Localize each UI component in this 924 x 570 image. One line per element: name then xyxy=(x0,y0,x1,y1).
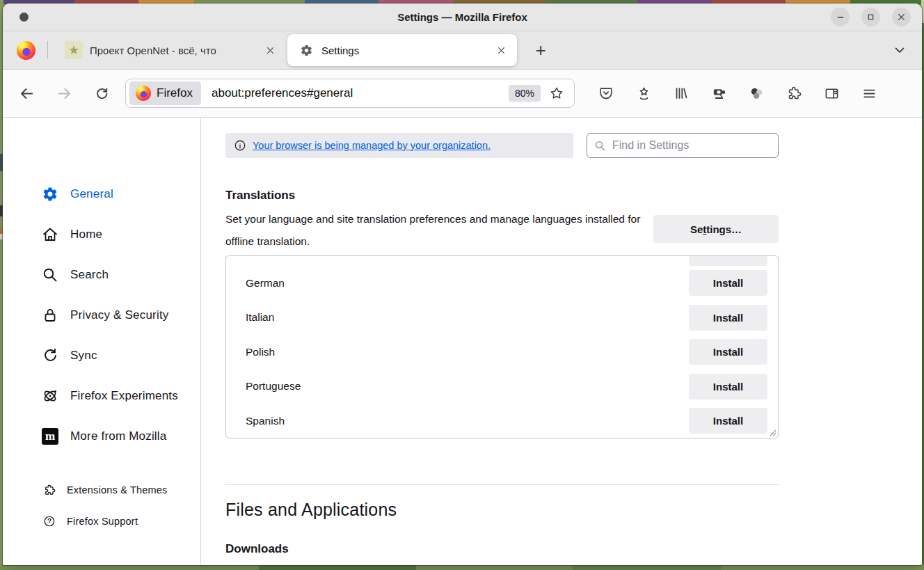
toolbar-extensions-area xyxy=(592,79,883,107)
sidebar-item-experiments[interactable]: Firefox Experiments xyxy=(3,376,200,416)
language-name: German xyxy=(246,277,285,290)
sidebar-item-label: Firefox Experiments xyxy=(70,389,178,403)
translation-languages-list[interactable]: German Install Italian Install Polish In… xyxy=(225,255,779,438)
minimize-button[interactable] xyxy=(831,8,850,26)
sidebar-item-extensions-themes[interactable]: Extensions & Themes xyxy=(3,474,200,505)
extensions-puzzle-button[interactable] xyxy=(780,79,808,107)
resize-grippy[interactable] xyxy=(768,428,776,436)
sidebar-item-home[interactable]: Home xyxy=(3,214,200,255)
app-menu-button[interactable] xyxy=(855,79,883,107)
language-name: Polish xyxy=(246,346,275,358)
tab-settings[interactable]: Settings xyxy=(287,34,517,66)
sidebar-item-privacy-security[interactable]: Privacy & Security xyxy=(3,295,200,335)
window-menu-dot[interactable] xyxy=(19,13,29,22)
window-title: Settings — Mozilla Firefox xyxy=(3,11,922,23)
settings-sidebar: General Home Search Privacy & Security S… xyxy=(3,118,201,565)
language-name: Spanish xyxy=(246,415,285,427)
sidebar-item-label: Home xyxy=(70,228,102,242)
files-applications-heading: Files and Applications xyxy=(225,500,779,520)
window-controls xyxy=(831,8,911,26)
zoom-level-button[interactable]: 80% xyxy=(509,85,541,102)
new-tab-button[interactable]: + xyxy=(528,38,553,63)
find-in-settings-box[interactable] xyxy=(587,133,779,158)
language-row: German Install xyxy=(226,266,778,301)
find-in-settings-input[interactable] xyxy=(612,139,771,152)
language-name: Italian xyxy=(246,311,274,324)
tab-opennet[interactable]: ★ Проект OpenNet - всё, что xyxy=(48,31,286,70)
translations-description: Set your language and site translation p… xyxy=(225,208,653,253)
sidebar-item-label: Extensions & Themes xyxy=(67,484,168,496)
mozilla-m-icon: m xyxy=(42,428,58,445)
forward-button[interactable] xyxy=(50,79,78,107)
language-row: Italian Install xyxy=(226,301,778,335)
url-text: about:preferences#general xyxy=(212,86,509,100)
gear-icon xyxy=(42,186,58,203)
settings-content: Your browser is being managed by your or… xyxy=(201,118,922,565)
sidebar-item-more-from-mozilla[interactable]: m More from Mozilla xyxy=(3,416,200,457)
navigation-toolbar: Firefox about:preferences#general 80% xyxy=(3,70,922,118)
site-identity-chip[interactable]: Firefox xyxy=(129,81,201,105)
translations-heading: Translations xyxy=(225,189,779,203)
star-tray-extension-button[interactable] xyxy=(630,79,658,107)
language-name: Portuguese xyxy=(246,380,301,393)
maximize-button[interactable] xyxy=(861,8,880,26)
translations-settings-button[interactable]: Settings… xyxy=(653,215,779,243)
question-icon xyxy=(43,515,56,528)
install-button[interactable]: Install xyxy=(689,270,767,296)
sidebar-item-sync[interactable]: Sync xyxy=(3,335,200,376)
puzzle-icon xyxy=(43,484,56,496)
library-button[interactable] xyxy=(667,79,695,107)
sidebar-toggle-button[interactable] xyxy=(818,79,845,107)
titlebar: Settings — Mozilla Firefox xyxy=(3,3,922,31)
close-tab-icon[interactable] xyxy=(492,41,510,59)
search-icon xyxy=(594,140,606,152)
language-row: Portuguese Install xyxy=(226,370,778,404)
firefox-logo-icon xyxy=(17,41,35,60)
firefox-logo-icon xyxy=(136,86,151,101)
device-extension-button[interactable] xyxy=(705,79,733,107)
sidebar-item-label: Sync xyxy=(70,349,97,363)
firefox-window: Settings — Mozilla Firefox ★ Проект Open… xyxy=(3,3,922,565)
managed-notice-link[interactable]: Your browser is being managed by your or… xyxy=(253,140,491,151)
downloads-heading: Downloads xyxy=(225,542,779,556)
bookmark-star-icon[interactable] xyxy=(545,81,568,105)
downloadhelper-extension-button[interactable] xyxy=(742,79,770,107)
sidebar-footer: Extensions & Themes Firefox Support xyxy=(3,474,200,537)
sidebar-item-general[interactable]: General xyxy=(3,174,200,214)
install-button-partial[interactable] xyxy=(689,256,767,266)
language-row: Spanish Install xyxy=(226,404,778,438)
search-icon xyxy=(42,267,58,283)
managed-notice: Your browser is being managed by your or… xyxy=(225,133,573,158)
install-button[interactable]: Install xyxy=(689,305,767,331)
star-favicon-icon: ★ xyxy=(65,41,83,59)
install-button[interactable]: Install xyxy=(689,374,767,399)
pocket-button[interactable] xyxy=(592,79,620,107)
sidebar-item-label: More from Mozilla xyxy=(70,429,166,443)
sidebar-item-label: Firefox Support xyxy=(67,516,138,527)
install-button[interactable]: Install xyxy=(689,339,767,365)
close-tab-icon[interactable] xyxy=(261,41,279,59)
desktop-wallpaper-bottom xyxy=(0,564,924,570)
url-bar[interactable]: Firefox about:preferences#general 80% xyxy=(125,79,575,108)
sidebar-item-label: Privacy & Security xyxy=(70,308,169,322)
sync-icon xyxy=(42,347,58,364)
close-window-button[interactable] xyxy=(892,8,911,26)
section-divider xyxy=(225,484,779,485)
tab-strip: ★ Проект OpenNet - всё, что Settings + xyxy=(3,31,922,70)
home-icon xyxy=(42,226,58,243)
back-button[interactable] xyxy=(13,79,40,107)
lock-icon xyxy=(42,307,58,324)
sidebar-item-search[interactable]: Search xyxy=(3,255,200,295)
tab-title: Settings xyxy=(321,45,492,56)
atom-icon xyxy=(42,388,58,404)
sidebar-item-label: Search xyxy=(70,268,109,282)
reload-button[interactable] xyxy=(88,79,116,107)
info-icon xyxy=(234,139,246,152)
sidebar-item-firefox-support[interactable]: Firefox Support xyxy=(3,505,200,537)
firefox-view-button[interactable] xyxy=(10,35,42,65)
install-button[interactable]: Install xyxy=(689,408,767,434)
sidebar-item-label: General xyxy=(70,187,113,201)
list-all-tabs-button[interactable] xyxy=(887,38,912,63)
main-area: General Home Search Privacy & Security S… xyxy=(3,118,922,565)
tab-title: Проект OpenNet - всё, что xyxy=(90,45,261,56)
